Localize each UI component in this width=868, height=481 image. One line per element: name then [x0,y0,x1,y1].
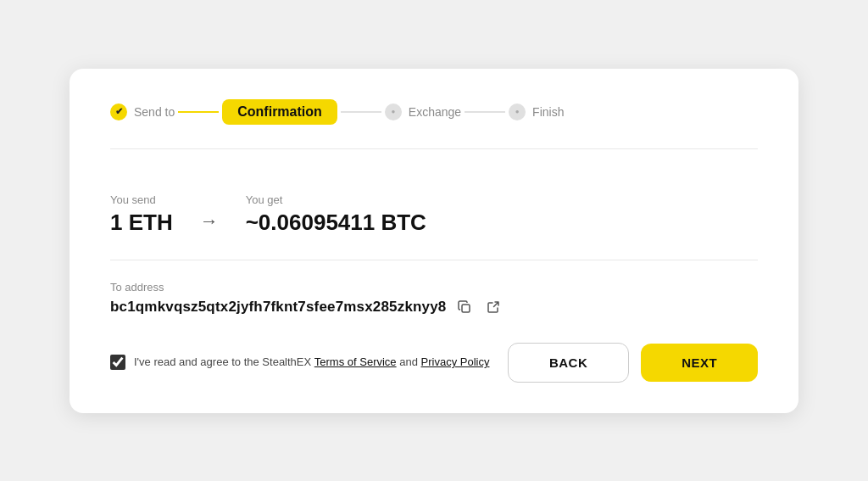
dot-icon-exchange: ● [391,108,395,115]
send-col: You send 1 ETH [110,193,173,236]
copy-button[interactable] [454,299,475,316]
back-button[interactable]: BACK [508,343,629,383]
footer: I've read and agree to the StealthEX Ter… [110,343,758,383]
terms-connector: and [397,355,421,368]
step-line-3 [465,111,505,113]
get-label: You get [246,193,426,206]
step-label-confirmation: Confirmation [222,99,337,125]
address-label: To address [110,281,758,294]
address-section: To address bc1qmkvqsz5qtx2jyfh7fknt7sfee… [110,260,758,339]
step-finish: ● Finish [509,103,564,120]
step-send-to: ✔ Send to [110,103,175,120]
privacy-link[interactable]: Privacy Policy [421,355,490,368]
exchange-section: You send 1 ETH → You get ~0.06095411 BTC [110,173,758,260]
copy-icon [458,300,471,314]
step-dot-finish: ● [509,103,526,120]
stepper: ✔ Send to Confirmation ● Exchange ● Fini… [110,99,758,149]
send-label: You send [110,193,173,206]
terms-prefix: I've read and agree to the StealthEX [134,355,314,368]
arrow-icon: → [200,210,219,232]
tos-link[interactable]: Terms of Service [314,355,397,368]
external-link-icon [487,300,500,314]
send-value: 1 ETH [110,210,173,236]
step-label-finish: Finish [532,105,564,119]
step-label-exchange: Exchange [409,105,461,119]
address-row: bc1qmkvqsz5qtx2jyfh7fknt7sfee7msx285zkny… [110,299,758,316]
svg-rect-0 [462,305,470,312]
step-dot-exchange: ● [385,103,402,120]
action-buttons: BACK NEXT [508,343,758,383]
step-line-2 [341,111,381,113]
step-confirmation: Confirmation [222,99,337,125]
step-dot-send-to: ✔ [110,103,127,120]
address-value: bc1qmkvqsz5qtx2jyfh7fknt7sfee7msx285zkny… [110,299,446,316]
step-label-send-to: Send to [134,105,175,119]
step-line-1 [178,111,219,113]
get-col: You get ~0.06095411 BTC [246,193,426,236]
external-link-button[interactable] [483,299,504,316]
check-icon: ✔ [115,106,123,117]
main-card: ✔ Send to Confirmation ● Exchange ● Fini… [70,69,798,413]
get-value: ~0.06095411 BTC [246,210,426,236]
dot-icon-finish: ● [515,108,520,115]
terms-checkbox-row: I've read and agree to the StealthEX Ter… [110,354,508,371]
next-button[interactable]: NEXT [641,344,758,382]
terms-checkbox[interactable] [110,355,125,370]
step-exchange: ● Exchange [385,103,461,120]
terms-label[interactable]: I've read and agree to the StealthEX Ter… [134,354,489,371]
